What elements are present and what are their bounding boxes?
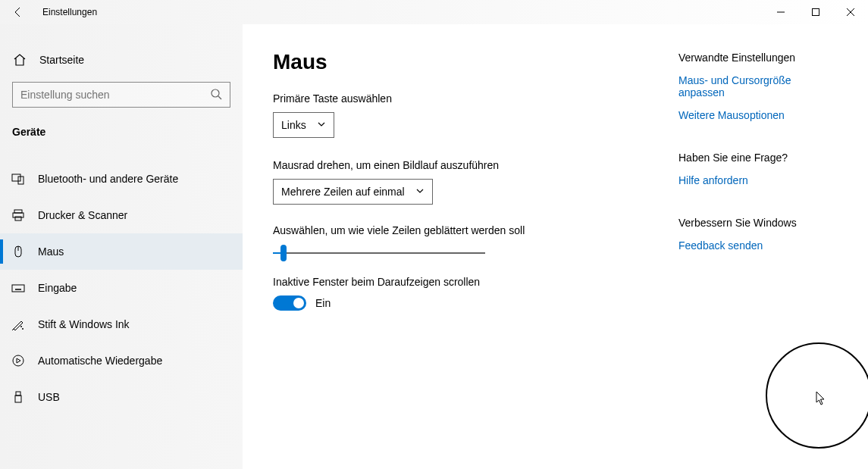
close-button[interactable] (833, 0, 868, 24)
printer-icon (11, 208, 26, 223)
sidebar-item-pen[interactable]: Stift & Windows Ink (0, 306, 243, 342)
sidebar-item-label: Bluetooth- und andere Geräte (38, 173, 178, 185)
titlebar: Einstellungen (0, 0, 868, 24)
sidebar-nav: Bluetooth- und andere Geräte Drucker & S… (0, 161, 243, 415)
link-more-mouse-options[interactable]: Weitere Mausoptionen (678, 109, 838, 121)
inactive-value: Ein (315, 297, 331, 309)
toggle-knob (293, 298, 304, 308)
lines-label: Auswählen, um wie viele Zeilen geblätter… (273, 224, 656, 236)
pen-icon (11, 317, 26, 332)
inactive-scroll-toggle[interactable] (273, 295, 306, 311)
svg-line-5 (218, 96, 221, 99)
minimize-button[interactable] (763, 0, 798, 24)
home-icon (12, 53, 27, 67)
cursor-pointer-icon (816, 391, 826, 406)
slider-track (273, 252, 485, 254)
sidebar-item-typing[interactable]: Eingabe (0, 270, 243, 306)
sidebar-item-bluetooth[interactable]: Bluetooth- und andere Geräte (0, 161, 243, 197)
chevron-down-icon (317, 119, 326, 131)
mouse-icon (11, 244, 26, 259)
help-heading: Haben Sie eine Frage? (678, 152, 838, 164)
wheel-select[interactable]: Mehrere Zeilen auf einmal (273, 179, 433, 205)
wheel-value: Mehrere Zeilen auf einmal (281, 186, 405, 198)
feedback-heading: Verbessern Sie Windows (678, 217, 838, 229)
back-button[interactable] (0, 0, 36, 24)
svg-point-19 (20, 326, 22, 327)
svg-rect-1 (813, 9, 819, 16)
related-heading: Verwandte Einstellungen (678, 52, 838, 64)
search-input-wrap[interactable] (12, 82, 230, 108)
svg-point-20 (22, 328, 24, 330)
search-input[interactable] (20, 89, 210, 101)
primary-button-value: Links (281, 119, 306, 131)
lines-slider[interactable] (273, 244, 485, 262)
sidebar-item-label: Maus (38, 245, 64, 258)
slider-thumb[interactable] (280, 245, 287, 261)
sidebar: Startseite Geräte Bluetooth- und andere … (0, 24, 243, 469)
svg-rect-23 (15, 396, 21, 402)
svg-rect-22 (16, 392, 20, 396)
page-title: Maus (273, 50, 656, 74)
sidebar-category: Geräte (0, 121, 243, 147)
svg-rect-6 (12, 174, 20, 181)
primary-button-select[interactable]: Links (273, 112, 334, 138)
sidebar-item-label: USB (38, 391, 60, 403)
sidebar-item-label: Automatische Wiedergabe (38, 355, 162, 367)
primary-button-label: Primäre Taste auswählen (273, 92, 656, 105)
svg-point-4 (212, 89, 219, 97)
window-controls (763, 0, 868, 24)
keyboard-icon (11, 280, 26, 295)
window-title: Einstellungen (42, 7, 97, 17)
sidebar-item-label: Drucker & Scanner (38, 209, 127, 221)
home-label: Startseite (39, 54, 84, 66)
link-get-help[interactable]: Hilfe anfordern (678, 174, 838, 186)
svg-rect-8 (14, 210, 22, 213)
main-content: Maus Primäre Taste auswählen Links Mausr… (243, 24, 868, 469)
sidebar-item-label: Stift & Windows Ink (38, 318, 130, 330)
link-cursor-size[interactable]: Maus- und Cursorgröße anpassen (678, 74, 838, 98)
home-button[interactable]: Startseite (0, 45, 243, 74)
sidebar-item-usb[interactable]: USB (0, 379, 243, 415)
maximize-button[interactable] (798, 0, 833, 24)
sidebar-item-label: Eingabe (38, 282, 77, 294)
link-feedback[interactable]: Feedback senden (678, 239, 838, 252)
usb-icon (11, 389, 26, 405)
inactive-label: Inaktive Fenster beim Daraufzeigen scrol… (273, 276, 656, 288)
wheel-label: Mausrad drehen, um einen Bildlauf auszuf… (273, 159, 656, 171)
sidebar-item-printers[interactable]: Drucker & Scanner (0, 197, 243, 233)
svg-point-21 (13, 355, 24, 366)
svg-rect-13 (12, 285, 24, 292)
autoplay-icon (11, 353, 26, 368)
sidebar-item-mouse[interactable]: Maus (0, 233, 243, 270)
sidebar-item-autoplay[interactable]: Automatische Wiedergabe (0, 342, 243, 379)
devices-icon (11, 171, 26, 186)
search-icon (210, 88, 222, 102)
chevron-down-icon (415, 186, 425, 198)
